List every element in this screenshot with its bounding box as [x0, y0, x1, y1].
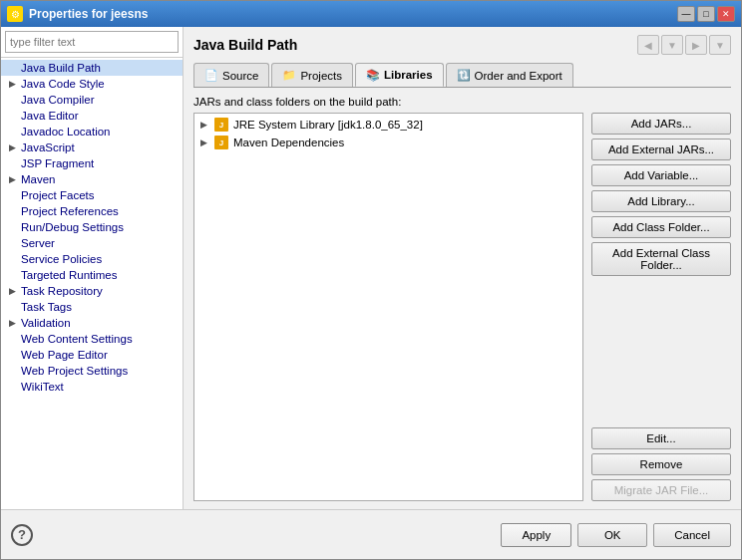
help-area: ?: [11, 524, 495, 546]
expand-arrow-icon: ▶: [9, 174, 19, 184]
action-btn-add-external-class-folder---[interactable]: Add External Class Folder...: [591, 242, 731, 276]
jar-icon: J: [214, 136, 228, 149]
tab-icon: 📁: [282, 69, 296, 83]
main-panel: Java Build Path ◀ ▼ ▶ ▼ 📄Source📁Projects…: [184, 27, 741, 509]
sidebar-item[interactable]: ▶Java Code Style: [1, 76, 183, 92]
sidebar-item-label: Run/Debug Settings: [21, 221, 124, 233]
title-bar: ⚙ Properties for jeesns — □ ✕: [1, 1, 741, 27]
library-label: JRE System Library [jdk1.8.0_65_32]: [233, 119, 423, 131]
sidebar-item[interactable]: Web Project Settings: [1, 363, 183, 379]
tab-projects[interactable]: 📁Projects: [271, 63, 353, 87]
tab-source[interactable]: 📄Source: [193, 63, 269, 87]
library-item[interactable]: ▶JJRE System Library [jdk1.8.0_65_32]: [196, 116, 580, 134]
sidebar-item-label: Targeted Runtimes: [21, 269, 118, 281]
action-btn-add-class-folder---[interactable]: Add Class Folder...: [591, 216, 731, 238]
help-button[interactable]: ?: [11, 524, 33, 546]
tab-icon: 🔃: [457, 69, 471, 83]
sidebar-item[interactable]: Java Compiler: [1, 92, 183, 108]
sidebar-item[interactable]: Java Build Path: [1, 60, 183, 76]
filter-input[interactable]: [5, 31, 179, 53]
sidebar-item[interactable]: ▶Task Repository: [1, 283, 183, 299]
sidebar-item[interactable]: ▶Maven: [1, 171, 183, 187]
ok-button[interactable]: OK: [577, 523, 647, 547]
expand-arrow-icon: ▶: [9, 142, 19, 152]
action-btn-add-library---[interactable]: Add Library...: [591, 190, 731, 212]
library-item[interactable]: ▶JMaven Dependencies: [196, 134, 580, 151]
tabs: 📄Source📁Projects📚Libraries🔃Order and Exp…: [193, 63, 731, 88]
tab-label: Source: [222, 70, 258, 82]
close-button[interactable]: ✕: [717, 6, 735, 22]
properties-window: ⚙ Properties for jeesns — □ ✕ Java Build…: [0, 0, 742, 560]
sidebar-item-label: Service Policies: [21, 253, 102, 265]
sidebar-item-label: Web Page Editor: [21, 349, 108, 361]
libraries-area: ▶JJRE System Library [jdk1.8.0_65_32]▶JM…: [193, 113, 731, 501]
sidebar-item-label: JSP Fragment: [21, 157, 94, 169]
section-label: JARs and class folders on the build path…: [193, 96, 731, 108]
back-button[interactable]: ◀: [637, 35, 659, 55]
maximize-button[interactable]: □: [697, 6, 715, 22]
tree-list: Java Build Path▶Java Code StyleJava Comp…: [1, 58, 183, 509]
minimize-button[interactable]: —: [677, 6, 695, 22]
tab-icon: 📚: [366, 68, 380, 82]
title-bar-left: ⚙ Properties for jeesns: [7, 6, 148, 22]
expand-arrow-icon: ▶: [9, 79, 19, 89]
action-btn-edit---[interactable]: Edit...: [591, 427, 731, 449]
sidebar-item-label: Server: [21, 237, 55, 249]
sidebar-item[interactable]: Java Editor: [1, 108, 183, 124]
sidebar-item-label: Java Code Style: [21, 78, 105, 90]
lib-expand-arrow-icon: ▶: [200, 120, 214, 130]
libraries-tree[interactable]: ▶JJRE System Library [jdk1.8.0_65_32]▶JM…: [193, 113, 583, 501]
sidebar-item[interactable]: ▶JavaScript: [1, 140, 183, 155]
sidebar-item[interactable]: Targeted Runtimes: [1, 267, 183, 283]
sidebar-item-label: Validation: [21, 317, 71, 329]
action-btn-add-jars---[interactable]: Add JARs...: [591, 113, 731, 135]
action-btn-migrate-jar-file---[interactable]: Migrate JAR File...: [591, 479, 731, 501]
window-icon: ⚙: [7, 6, 23, 22]
panel-title: Java Build Path: [193, 37, 297, 53]
sidebar-item[interactable]: Project References: [1, 203, 183, 219]
sidebar-item[interactable]: ▶Validation: [1, 315, 183, 331]
sidebar-item[interactable]: Server: [1, 235, 183, 251]
sidebar-item-label: JavaScript: [21, 141, 75, 153]
sidebar: Java Build Path▶Java Code StyleJava Comp…: [1, 27, 184, 509]
sidebar-item[interactable]: Javadoc Location: [1, 124, 183, 140]
nav-buttons: ◀ ▼ ▶ ▼: [637, 35, 731, 55]
apply-button[interactable]: Apply: [501, 523, 571, 547]
forward-button[interactable]: ▶: [685, 35, 707, 55]
sidebar-item-label: WikiText: [21, 381, 64, 393]
sidebar-item-label: Web Content Settings: [21, 333, 133, 345]
button-spacer: [591, 280, 731, 423]
filter-box: [1, 27, 183, 58]
tab-order-and-export[interactable]: 🔃Order and Export: [446, 63, 573, 87]
bottom-bar: ? Apply OK Cancel: [1, 509, 741, 559]
sidebar-item[interactable]: Web Page Editor: [1, 347, 183, 363]
sidebar-item[interactable]: Service Policies: [1, 251, 183, 267]
expand-arrow-icon: ▶: [9, 318, 19, 328]
cancel-button[interactable]: Cancel: [653, 523, 731, 547]
action-btn-remove[interactable]: Remove: [591, 453, 731, 475]
tab-content: JARs and class folders on the build path…: [193, 96, 731, 501]
jar-icon: J: [214, 118, 228, 132]
expand-arrow-icon: ▶: [9, 286, 19, 296]
sidebar-item[interactable]: Project Facets: [1, 187, 183, 203]
lib-expand-arrow-icon: ▶: [200, 138, 214, 147]
sidebar-item[interactable]: Task Tags: [1, 299, 183, 315]
forward-dropdown-button[interactable]: ▼: [709, 35, 731, 55]
tab-libraries[interactable]: 📚Libraries: [355, 63, 444, 87]
sidebar-item[interactable]: Web Content Settings: [1, 331, 183, 347]
sidebar-item[interactable]: JSP Fragment: [1, 155, 183, 171]
sidebar-item-label: Task Tags: [21, 301, 72, 313]
window-title: Properties for jeesns: [29, 7, 148, 21]
sidebar-item-label: Project References: [21, 205, 119, 217]
sidebar-item-label: Java Editor: [21, 110, 79, 122]
sidebar-item-label: Maven: [21, 173, 56, 185]
sidebar-item[interactable]: Run/Debug Settings: [1, 219, 183, 235]
sidebar-item-label: Java Build Path: [21, 62, 101, 74]
action-btn-add-variable---[interactable]: Add Variable...: [591, 164, 731, 186]
sidebar-item-label: Web Project Settings: [21, 365, 128, 377]
back-dropdown-button[interactable]: ▼: [661, 35, 683, 55]
tab-label: Order and Export: [475, 70, 562, 82]
sidebar-item[interactable]: WikiText: [1, 379, 183, 395]
action-btn-add-external-jars---[interactable]: Add External JARs...: [591, 139, 731, 160]
tab-label: Libraries: [384, 69, 433, 81]
